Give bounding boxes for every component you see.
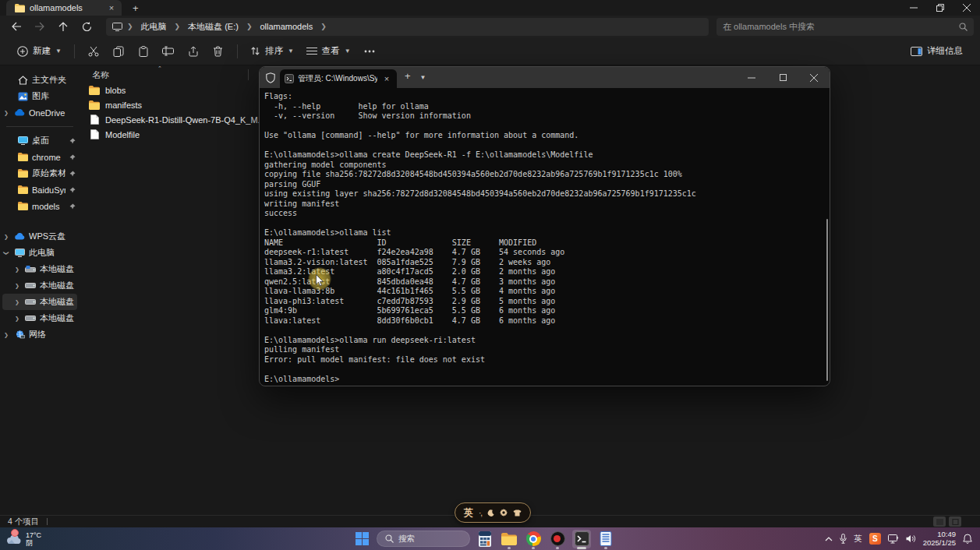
sort-button[interactable]: 排序 ▼: [244, 41, 300, 61]
taskbar-clock[interactable]: 10:49 2025/1/25: [923, 531, 956, 547]
sogou-input-icon[interactable]: S: [869, 533, 881, 545]
share-button[interactable]: [183, 41, 203, 62]
sort-ascending-icon: ⌃: [157, 65, 162, 72]
new-tab-button[interactable]: +: [133, 2, 139, 16]
terminal-maximize-button[interactable]: [767, 67, 798, 88]
expander-chevron-icon[interactable]: ❯: [13, 283, 21, 289]
cut-button[interactable]: [83, 41, 104, 62]
sidebar-item-drive-d[interactable]: ❯ 本地磁盘 (D:): [2, 277, 77, 294]
paste-button[interactable]: [133, 41, 154, 62]
file-explorer-app-icon[interactable]: [500, 530, 518, 548]
divider: [6, 126, 73, 127]
expander-chevron-icon[interactable]: ❯: [3, 249, 9, 257]
chrome-app-icon[interactable]: [524, 530, 543, 548]
refresh-button[interactable]: [76, 18, 97, 35]
ime-punctuation-button[interactable]: ·,: [479, 509, 482, 517]
terminal-tab-title: 管理员: C:\Windows\System32: [298, 73, 377, 84]
microphone-icon[interactable]: [840, 534, 847, 544]
terminal-tab-dropdown-icon[interactable]: ▼: [420, 74, 426, 81]
terminal-app-icon[interactable]: [572, 530, 591, 548]
skin-shirt-icon[interactable]: [513, 509, 522, 517]
breadcrumb-this-pc[interactable]: 此电脑: [138, 19, 170, 34]
sidebar-item-drive-c[interactable]: ❯ 本地磁盘 (C:): [2, 261, 77, 277]
address-bar[interactable]: ❯ 此电脑 ❯ 本地磁盘 (E:) ❯ ollamamodels ❯: [106, 18, 709, 36]
expander-chevron-icon[interactable]: ❯: [2, 234, 10, 240]
sidebar-item-drive-e[interactable]: ❯ 本地磁盘 (E:): [2, 294, 77, 310]
expander-chevron-icon[interactable]: ❯: [13, 299, 21, 305]
terminal-title-bar[interactable]: 管理员: C:\Windows\System32 × + ▼: [260, 67, 830, 88]
terminal-minimize-button[interactable]: [736, 67, 767, 88]
details-pane-button[interactable]: 详细信息: [904, 41, 969, 61]
explorer-command-bar: 新建 ▼ 排序 ▼ 查看 ▼ 详细信息: [0, 37, 980, 65]
sidebar-item-chrome[interactable]: chrome: [2, 149, 77, 165]
network-icon[interactable]: [888, 534, 899, 544]
up-button[interactable]: [53, 18, 73, 35]
sidebar-item-onedrive[interactable]: ❯ OneDrive: [2, 104, 77, 121]
notifications-bell-icon[interactable]: [963, 534, 972, 544]
large-icons-view-toggle[interactable]: [949, 517, 961, 527]
details-view-toggle[interactable]: [933, 517, 946, 527]
expander-chevron-icon[interactable]: ❯: [2, 332, 10, 338]
forward-button[interactable]: [30, 18, 50, 35]
restore-button[interactable]: [927, 0, 953, 16]
terminal-tab[interactable]: 管理员: C:\Windows\System32 ×: [280, 69, 397, 88]
moon-icon[interactable]: [487, 509, 494, 517]
recorder-app-icon[interactable]: [548, 530, 567, 548]
view-button[interactable]: 查看 ▼: [300, 41, 357, 61]
clock-time: 10:49: [923, 531, 956, 539]
explorer-tab[interactable]: ollamamodels ×: [6, 0, 122, 16]
terminal-tab-close-icon[interactable]: ×: [381, 73, 392, 84]
computer-icon: [14, 248, 25, 259]
mouse-cursor-highlight: [308, 267, 331, 291]
pin-icon: [69, 187, 76, 193]
sidebar-item-label: 主文件夹: [32, 74, 76, 86]
column-header-name[interactable]: 名称: [92, 69, 109, 81]
explorer-search-input[interactable]: [723, 22, 959, 31]
minimize-button[interactable]: [900, 0, 927, 16]
weather-widget[interactable]: 17°C 阴: [6, 531, 41, 547]
tray-overflow-chevron-icon[interactable]: [825, 537, 833, 541]
copy-button[interactable]: [108, 41, 129, 62]
close-button[interactable]: [953, 0, 980, 16]
column-divider[interactable]: [248, 69, 249, 80]
rename-button[interactable]: [158, 41, 179, 62]
sidebar-item-desktop[interactable]: 桌面: [2, 132, 77, 149]
gear-icon[interactable]: [500, 509, 508, 517]
more-button[interactable]: [359, 41, 380, 62]
sidebar-item-network[interactable]: ❯ 网络: [2, 326, 77, 343]
sidebar-item-gallery[interactable]: 图库: [2, 88, 77, 104]
notepad-app-icon[interactable]: [596, 530, 615, 548]
volume-icon[interactable]: [906, 534, 916, 543]
sidebar-item-models[interactable]: models: [2, 198, 77, 214]
expander-chevron-icon[interactable]: ❯: [2, 110, 10, 116]
search-icon: [385, 534, 394, 543]
ime-language-indicator[interactable]: 英: [854, 534, 862, 545]
start-button[interactable]: [352, 530, 371, 548]
explorer-search-box[interactable]: [716, 18, 974, 36]
sidebar-item-drive-f[interactable]: ❯ 本地磁盘 (F:): [2, 310, 77, 326]
tab-close-icon[interactable]: ×: [106, 2, 117, 13]
sidebar-item-home[interactable]: 主文件夹: [2, 72, 77, 88]
expander-chevron-icon[interactable]: ❯: [13, 266, 21, 273]
terminal-scrollbar[interactable]: [826, 219, 828, 381]
calculator-app-icon[interactable]: [476, 530, 494, 548]
taskbar-search[interactable]: 搜索: [377, 531, 470, 547]
terminal-output[interactable]: Flags: -h, --help help for ollama -v, --…: [260, 88, 830, 384]
ime-toolbar[interactable]: 英 ·,: [455, 502, 531, 523]
new-button[interactable]: 新建 ▼: [11, 41, 68, 61]
sidebar-item-wps-cloud[interactable]: ❯ WPS云盘: [2, 228, 77, 245]
terminal-close-button[interactable]: [798, 67, 830, 88]
delete-button[interactable]: [208, 41, 228, 62]
breadcrumb-ollamamodels[interactable]: ollamamodels: [256, 20, 316, 33]
sidebar-item-raw-assets[interactable]: 原始素材: [2, 165, 77, 182]
expander-chevron-icon[interactable]: ❯: [13, 316, 21, 322]
sidebar-item-baidusyncdisk[interactable]: BaiduSyncdisk: [2, 182, 77, 198]
sidebar-item-this-pc[interactable]: ❯ 此电脑: [2, 245, 77, 261]
terminal-new-tab-button[interactable]: +: [405, 70, 411, 82]
file-icon: [89, 115, 100, 125]
back-button[interactable]: [6, 18, 27, 35]
breadcrumb-drive-e[interactable]: 本地磁盘 (E:): [185, 19, 242, 34]
ime-mode-button[interactable]: 英: [464, 506, 473, 520]
weather-icon: [6, 533, 22, 545]
terminal-content[interactable]: Flags: -h, --help help for ollama -v, --…: [260, 88, 830, 386]
